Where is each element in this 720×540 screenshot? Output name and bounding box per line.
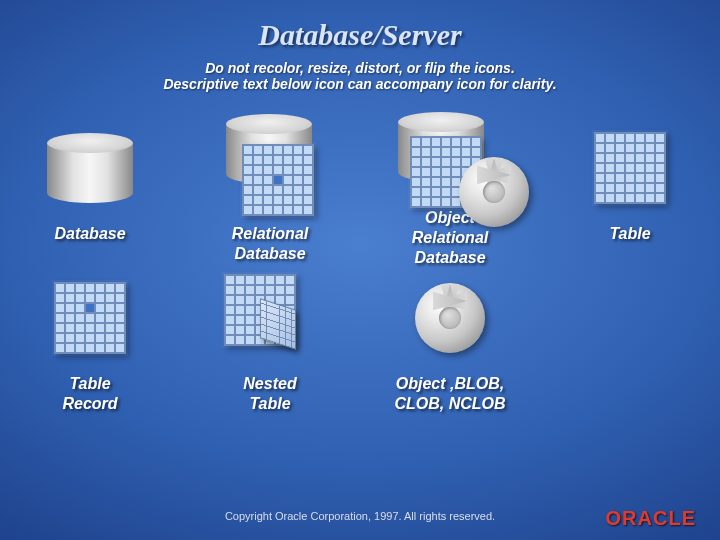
disc-icon <box>415 283 485 353</box>
database-icon <box>30 118 150 218</box>
disc-icon <box>459 157 529 227</box>
cell-nested-table: NestedTable <box>180 268 360 428</box>
subtitle-line-2: Descriptive text below icon can accompan… <box>0 76 720 92</box>
cell-object-relational-database: ObjectRelationalDatabase <box>360 118 540 268</box>
label-nested-table: NestedTable <box>243 374 296 414</box>
table-icon <box>570 118 690 218</box>
cell-database: Database <box>0 118 180 268</box>
table-grid-icon <box>594 132 666 204</box>
cell-empty <box>540 268 720 428</box>
cell-relational-database: RelationalDatabase <box>180 118 360 268</box>
label-database: Database <box>54 224 125 244</box>
page-title: Database/Server <box>0 0 720 52</box>
nested-table-icon <box>210 268 330 368</box>
cell-table-record: TableRecord <box>0 268 180 428</box>
object-relational-database-icon <box>390 118 510 202</box>
object-lob-icon <box>390 268 510 368</box>
oracle-logo: ORACLE <box>606 507 696 530</box>
icon-grid: Database RelationalDatabase <box>0 118 720 428</box>
cell-object-lob: Object ‚BLOB,CLOB, NCLOB <box>360 268 540 428</box>
label-table-record: TableRecord <box>62 374 117 414</box>
cell-table: Table <box>540 118 720 268</box>
table-grid-icon <box>54 282 126 354</box>
label-table: Table <box>609 224 650 244</box>
label-relational-database: RelationalDatabase <box>232 224 308 264</box>
table-record-icon <box>30 268 150 368</box>
subtitle-line-1: Do not recolor, resize, distort, or flip… <box>0 60 720 76</box>
relational-database-icon <box>210 118 330 218</box>
slide: Database/Server Do not recolor, resize, … <box>0 0 720 540</box>
table-grid-icon <box>242 144 314 216</box>
label-object-lob: Object ‚BLOB,CLOB, NCLOB <box>394 374 505 414</box>
